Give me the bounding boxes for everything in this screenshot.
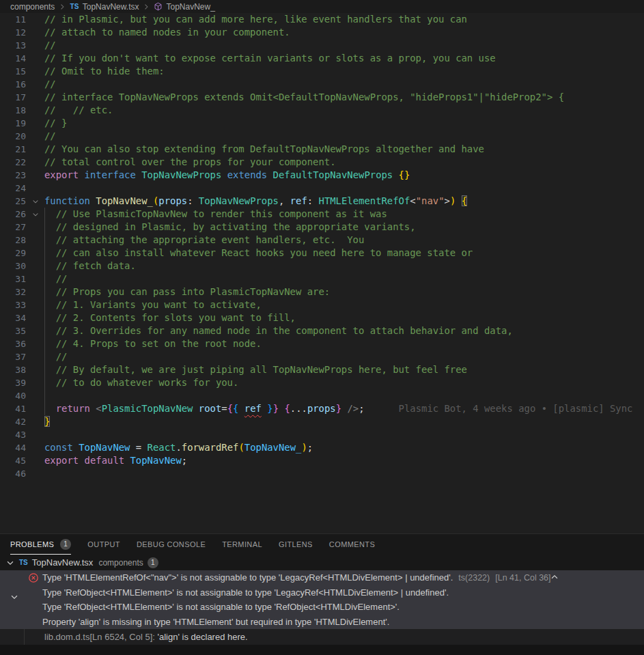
code-content: // designed in Plasmic, by activating th…: [44, 221, 644, 234]
code-editor[interactable]: 11// in Plasmic, but you can add more he…: [0, 13, 644, 533]
code-line[interactable]: 27 // designed in Plasmic, by activating…: [0, 221, 644, 234]
code-line[interactable]: 14// If you don't want to expose certain…: [0, 52, 644, 65]
code-token: // total control over the props for your…: [44, 156, 336, 167]
ts-file-icon: TS: [70, 3, 79, 10]
chevron-up-icon[interactable]: [550, 572, 559, 582]
code-line[interactable]: 26 // Use PlasmicTopNavNew to render thi…: [0, 208, 644, 221]
problem-related-info[interactable]: lib.dom.d.ts[Ln 6524, Col 5]: 'align' is…: [0, 629, 644, 645]
code-line[interactable]: 38 // By default, we are just piping all…: [0, 363, 644, 376]
indent-guide: [44, 221, 45, 234]
fold-spacer: [26, 298, 44, 311]
fold-spacer: [26, 13, 44, 26]
code-token: DefaultTopNavNewProps: [273, 169, 393, 180]
fold-spacer: [26, 402, 44, 415]
code-token: TopNavNew: [79, 442, 130, 453]
code-line[interactable]: 29 // can also install whatever React ho…: [0, 247, 644, 260]
chevron-down-icon[interactable]: [5, 558, 15, 568]
fold-spacer: [26, 337, 44, 350]
panel-tab-gitlens[interactable]: GITLENS: [279, 534, 313, 555]
code-line[interactable]: 28 // attaching the appropriate event ha…: [0, 234, 644, 247]
code-content: export default TopNavNew;: [44, 454, 644, 467]
chevron-right-icon: [58, 3, 66, 11]
problems-file-name: TopNavNew.tsx: [32, 557, 94, 568]
code-line[interactable]: 30 // fetch data.: [0, 260, 644, 273]
code-content: // // etc.: [44, 104, 644, 117]
problem-message-line[interactable]: Type 'RefObject<HTMLElement>' is not ass…: [0, 585, 644, 600]
breadcrumb-item-folder[interactable]: components: [10, 2, 55, 12]
panel-tab-problems[interactable]: PROBLEMS1: [10, 534, 71, 555]
code-line[interactable]: 42}: [0, 415, 644, 428]
fold-spacer: [26, 234, 44, 247]
breadcrumb-item-symbol[interactable]: TopNavNew_: [166, 2, 214, 12]
code-token: // fetch data.: [44, 260, 136, 271]
fold-spacer: [26, 78, 44, 91]
fold-chevron-icon[interactable]: [26, 195, 44, 208]
breadcrumb-item-file[interactable]: TopNavNew.tsx: [83, 2, 139, 12]
fold-spacer: [26, 156, 44, 169]
editor-gutter: 21: [0, 143, 44, 156]
code-line[interactable]: 15// Omit to hide them:: [0, 65, 644, 78]
fold-chevron-icon[interactable]: [26, 208, 44, 221]
indent-guide: [44, 350, 45, 363]
problem-message-line[interactable]: Type 'HTMLElementRefOf<"nav">' is not as…: [0, 570, 644, 585]
code-line[interactable]: 24: [0, 182, 644, 195]
line-number: 37: [0, 350, 26, 363]
code-line[interactable]: 32 // Props you can pass into PlasmicTop…: [0, 285, 644, 298]
line-number: 13: [0, 39, 26, 52]
code-token: // 2. Contents for slots you want to fil…: [44, 312, 296, 323]
code-line[interactable]: 19// }: [0, 117, 644, 130]
code-token: ): [301, 442, 307, 453]
problem-message-line[interactable]: Property 'align' is missing in type 'HTM…: [0, 615, 644, 630]
panel-tab-bar: PROBLEMS1OUTPUTDEBUG CONSOLETERMINALGITL…: [0, 534, 644, 555]
problem-message-line[interactable]: Type 'RefObject<HTMLElement>' is not ass…: [0, 600, 644, 615]
code-content: const TopNavNew = React.forwardRef(TopNa…: [44, 441, 644, 454]
code-line[interactable]: 45export default TopNavNew;: [0, 454, 644, 467]
fold-spacer: [26, 247, 44, 260]
code-line[interactable]: 22// total control over the props for yo…: [0, 156, 644, 169]
problem-source: ts(2322): [458, 573, 490, 583]
code-line[interactable]: 40: [0, 389, 644, 402]
code-line[interactable]: 21// You can also stop extending from De…: [0, 143, 644, 156]
panel-tab-terminal[interactable]: TERMINAL: [222, 534, 262, 555]
panel-tab-debug-console[interactable]: DEBUG CONSOLE: [137, 534, 206, 555]
code-line[interactable]: 16//: [0, 78, 644, 91]
code-line[interactable]: 46: [0, 467, 644, 480]
code-content: // }: [44, 117, 644, 130]
code-line[interactable]: 12// attach to named nodes in your compo…: [0, 26, 644, 39]
problem-item[interactable]: Type 'HTMLElementRefOf<"nav">' is not as…: [0, 570, 644, 629]
panel-tab-output[interactable]: OUTPUT: [87, 534, 120, 555]
code-line[interactable]: 34 // 2. Contents for slots you want to …: [0, 311, 644, 324]
code-line[interactable]: 20//: [0, 130, 644, 143]
code-line[interactable]: 37 //: [0, 350, 644, 363]
code-line[interactable]: 35 // 3. Overrides for any named node in…: [0, 324, 644, 337]
line-number: 21: [0, 143, 26, 156]
problem-message-lines: Type 'HTMLElementRefOf<"nav">' is not as…: [0, 570, 644, 629]
code-line[interactable]: 41 return <PlasmicTopNavNew root={{ ref …: [0, 402, 644, 415]
code-line[interactable]: 33 // 1. Variants you want to activate,: [0, 298, 644, 311]
code-content: [44, 428, 644, 441]
code-line[interactable]: 13//: [0, 39, 644, 52]
code-line[interactable]: 36 // 4. Props to set on the root node.: [0, 337, 644, 350]
code-line[interactable]: 44const TopNavNew = React.forwardRef(Top…: [0, 441, 644, 454]
editor-gutter: 32: [0, 285, 44, 298]
editor-gutter: 45: [0, 454, 44, 467]
code-line[interactable]: 39 // to do whatever works for you.: [0, 376, 644, 389]
fold-spacer: [26, 467, 44, 480]
code-line[interactable]: 23export interface TopNavNewProps extend…: [0, 169, 644, 182]
code-token: [267, 169, 272, 180]
editor-gutter: 11: [0, 13, 44, 26]
panel-tab-comments[interactable]: COMMENTS: [329, 534, 375, 555]
code-content: // If you don't want to expose certain v…: [44, 52, 644, 65]
code-line[interactable]: 25function TopNavNew_(props: TopNavNewPr…: [0, 195, 644, 208]
line-number: 29: [0, 247, 26, 260]
problems-file-group[interactable]: TS TopNavNew.tsx components 1: [0, 555, 644, 570]
code-line[interactable]: 18// // etc.: [0, 104, 644, 117]
code-line[interactable]: 43: [0, 428, 644, 441]
code-line[interactable]: 31 //: [0, 273, 644, 285]
code-token: // By default, we are just piping all To…: [44, 364, 467, 375]
code-line[interactable]: 17// interface TopNavNewProps extends Om…: [0, 91, 644, 104]
code-line[interactable]: 11// in Plasmic, but you can add more he…: [0, 13, 644, 26]
indent-guide: [44, 208, 45, 221]
line-number: 27: [0, 221, 26, 234]
problem-text: Property 'align' is missing in type 'HTM…: [42, 617, 389, 627]
